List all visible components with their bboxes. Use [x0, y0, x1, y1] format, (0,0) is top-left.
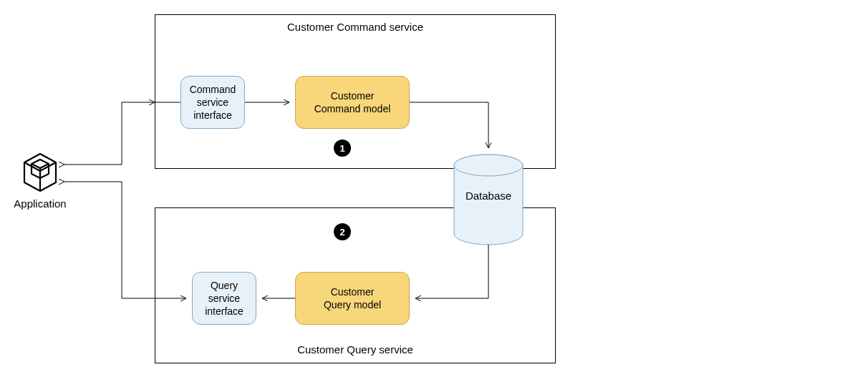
- command-model-line2: Command model: [314, 102, 391, 115]
- query-model-line2: Query model: [324, 298, 381, 311]
- query-model-line1: Customer: [324, 285, 381, 298]
- query-interface-node: Query service interface: [192, 272, 256, 325]
- command-interface-line1: Command: [190, 83, 236, 96]
- command-model-line1: Customer: [314, 89, 391, 102]
- command-interface-line3: interface: [190, 109, 236, 122]
- svg-point-1: [454, 155, 523, 176]
- query-interface-line1: Query: [205, 279, 243, 292]
- application-icon: [21, 152, 59, 195]
- database-label: Database: [453, 190, 524, 202]
- command-service-title: Customer Command service: [155, 21, 555, 33]
- marker-1: 1: [334, 140, 351, 157]
- marker-2: 2: [334, 223, 351, 240]
- command-interface-node: Command service interface: [180, 76, 245, 129]
- command-model-node: Customer Command model: [295, 76, 410, 129]
- query-service-title: Customer Query service: [155, 343, 555, 356]
- query-interface-line2: service: [205, 292, 243, 305]
- application-label: Application: [11, 197, 69, 210]
- query-interface-line3: interface: [205, 305, 243, 318]
- command-interface-line2: service: [190, 96, 236, 109]
- query-model-node: Customer Query model: [295, 272, 410, 325]
